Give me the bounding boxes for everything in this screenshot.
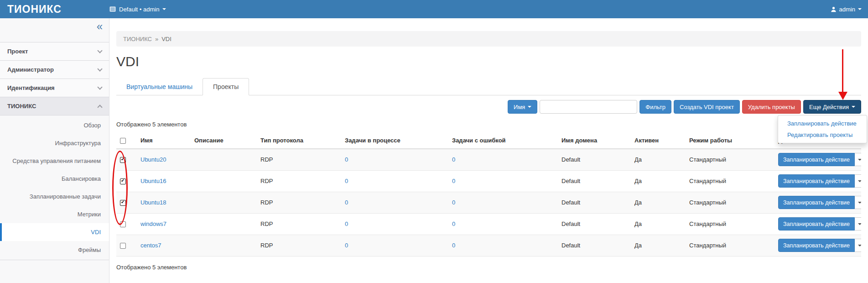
dropdown-menu-item-1[interactable]: Редактировать проекты [778,129,867,141]
cell-protocol: RDP [257,149,341,170]
schedule-action-button[interactable]: Запланировать действие [778,217,855,231]
cell-description [191,235,257,256]
sidebar-section-label: Администратор [7,66,54,73]
cell-tasks-in-progress: 0 [341,149,448,170]
domain-list-icon [109,6,116,12]
schedule-action-button[interactable]: Запланировать действие [778,174,855,188]
row-actions-dropdown-toggle[interactable] [855,196,861,209]
chevron-up-icon [97,105,102,110]
column-header-0: Имя [137,132,191,149]
sidebar-item-1[interactable]: Инфраструктура [0,134,109,152]
chevron-down-icon [97,66,102,71]
items-count-top: Отображено 5 элементов [116,121,861,128]
row-actions-dropdown-toggle[interactable] [855,153,861,166]
cell-protocol: RDP [257,235,341,256]
filter-button[interactable]: Фильтр [639,100,671,114]
project-context-switcher[interactable]: Default • admin [109,6,166,13]
cell-tasks-failed-link[interactable]: 0 [452,220,455,227]
delete-projects-button[interactable]: Удалить проекты [742,100,801,114]
user-icon [831,6,837,12]
row-actions-dropdown-toggle[interactable] [855,217,861,231]
table-row: Ubuntu16RDP00DefaultДаСтандартныйЗаплани… [116,170,861,192]
sidebar-item-2[interactable]: Средства управления питанием [0,152,109,170]
select-all-cell [116,132,137,149]
cell-actions: Запланировать действие [774,192,861,213]
sidebar-section-label: Идентификация [7,84,55,91]
dropdown-menu-item-0[interactable]: Запланировать действие [778,118,867,129]
cell-protocol: RDP [257,170,341,192]
cell-tasks-in-progress-link[interactable]: 0 [345,220,348,227]
project-name-link[interactable]: Ubuntu20 [140,156,166,163]
project-name-link[interactable]: windows7 [140,220,166,227]
user-menu[interactable]: admin [831,6,868,13]
cell-tasks-in-progress-link[interactable]: 0 [345,156,348,163]
more-actions-button[interactable]: Еще Действия [803,100,861,114]
cell-active: Да [631,149,686,170]
sidebar-section-label: ТИОНИКС [7,103,36,110]
projects-table: ИмяОписаниеТип протоколаЗадачи в процесс… [116,132,861,257]
breadcrumb-root[interactable]: ТИОНИКС [123,36,152,42]
cell-name: Ubuntu16 [137,170,191,192]
more-actions-label: Еще Действия [809,104,849,110]
table-row: Ubuntu18RDP00DefaultДаСтандартныйЗаплани… [116,192,861,213]
username-label: admin [839,6,855,13]
table-row: Ubuntu20RDP00DefaultДаСтандартныйЗаплани… [116,149,861,170]
project-name-link[interactable]: Ubuntu16 [140,178,166,184]
cell-name: Ubuntu18 [137,192,191,213]
search-input[interactable] [540,100,637,114]
cell-tasks-in-progress-link[interactable]: 0 [345,199,348,206]
chevron-down-icon [97,84,102,89]
sidebar-section-2[interactable]: Идентификация [0,79,109,97]
sidebar-section-0[interactable]: Проект [0,42,109,61]
tab-0[interactable]: Виртуальные машины [116,79,203,95]
cell-tasks-in-progress-link[interactable]: 0 [345,178,348,184]
cell-tasks-failed-link[interactable]: 0 [452,156,455,163]
cell-domain: Default [558,149,631,170]
sidebar-item-6[interactable]: VDI [0,223,109,241]
cell-description [191,213,257,235]
cell-tasks-failed: 0 [448,235,558,256]
sidebar-item-4[interactable]: Запланированные задачи [0,188,109,205]
select-all-checkbox[interactable] [120,138,126,144]
cell-domain: Default [558,213,631,235]
row-actions-dropdown-toggle[interactable] [855,239,861,252]
cell-tasks-failed-link[interactable]: 0 [452,242,455,249]
table-row: centos7RDP00DefaultДаСтандартныйЗапланир… [116,235,861,256]
tab-1[interactable]: Проекты [203,78,249,95]
chevron-down-icon [858,8,862,10]
schedule-action-button[interactable]: Запланировать действие [778,196,855,209]
sidebar-item-0[interactable]: Обзор [0,116,109,134]
sidebar-item-5[interactable]: Метрики [0,205,109,223]
column-header-5: Имя домена [558,132,631,149]
annotation-red-oval [112,151,128,225]
sidebar-section-3[interactable]: ТИОНИКС [0,97,109,115]
column-header-2: Тип протокола [257,132,341,149]
cell-tasks-failed-link[interactable]: 0 [452,178,455,184]
row-checkbox[interactable] [120,243,126,249]
column-header-6: Активен [631,132,686,149]
create-vdi-project-button[interactable]: Создать VDI проект [674,100,740,114]
sidebar-sections: ПроектАдминистраторИдентификацияТИОНИКСО… [0,42,109,260]
sidebar-item-3[interactable]: Балансировка [0,170,109,188]
cell-tasks-in-progress: 0 [341,192,448,213]
schedule-action-button[interactable]: Запланировать действие [778,239,855,252]
sidebar-item-7[interactable]: Фреймы [0,241,109,259]
project-name-link[interactable]: centos7 [140,242,161,249]
cell-tasks-failed: 0 [448,149,558,170]
column-header-1: Описание [191,132,257,149]
sidebar-section-1[interactable]: Администратор [0,61,109,79]
cell-actions: Запланировать действие [774,170,861,192]
tionix-logo: ТИОНИКС [7,3,62,15]
sidebar-collapse-icon[interactable]: « [97,21,103,32]
logo-container: ТИОНИКС [0,3,109,16]
cell-tasks-failed-link[interactable]: 0 [452,199,455,206]
name-filter-dropdown[interactable]: Имя [508,100,537,114]
cell-tasks-in-progress-link[interactable]: 0 [345,242,348,249]
cell-tasks-in-progress: 0 [341,235,448,256]
project-name-link[interactable]: Ubuntu18 [140,199,166,206]
schedule-action-button[interactable]: Запланировать действие [778,153,855,166]
row-actions-dropdown-toggle[interactable] [855,174,861,188]
more-actions-dropdown-menu: Запланировать действиеРедактировать прое… [778,115,867,143]
cell-actions: Запланировать действие [774,235,861,256]
cell-protocol: RDP [257,213,341,235]
